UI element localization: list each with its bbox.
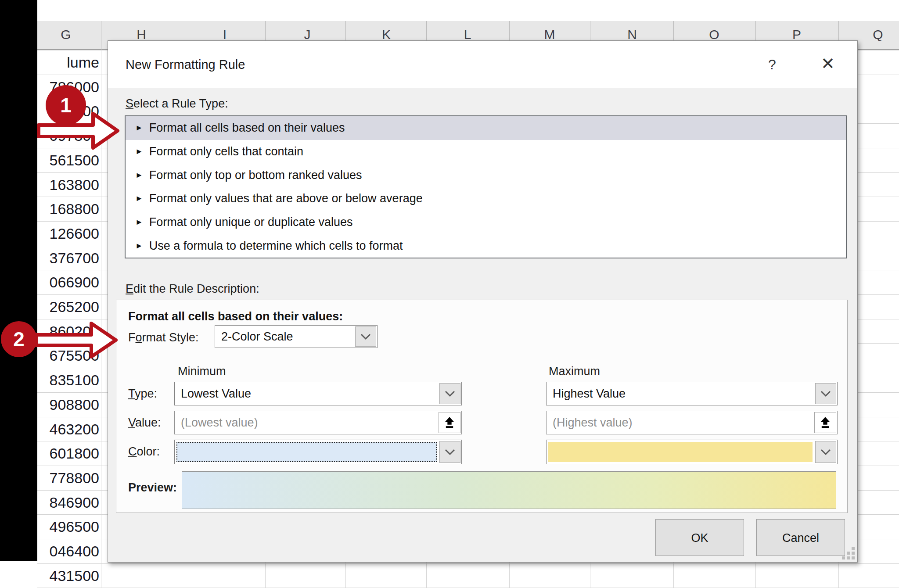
left-black-panel <box>0 0 37 561</box>
rule-type-option-2[interactable]: ►Format only cells that contain <box>126 140 846 164</box>
row-gridline <box>37 490 108 491</box>
format-style-label: Format Style: <box>128 331 199 344</box>
column-gridline <box>182 562 182 588</box>
row-gridline <box>857 392 899 393</box>
maximum-color-swatch <box>548 442 813 462</box>
chevron-down-icon[interactable] <box>439 383 460 404</box>
column-header-P[interactable]: P <box>792 27 801 42</box>
minimum-type-select[interactable]: Lowest Value <box>174 382 462 405</box>
row-gridline <box>857 539 899 539</box>
rule-type-option-4[interactable]: ►Format only values that are above or be… <box>126 187 846 211</box>
g-column-cell[interactable]: 163800 <box>37 172 99 197</box>
row-gridline <box>37 197 108 197</box>
rule-type-option-5[interactable]: ►Format only unique or duplicate values <box>126 211 846 234</box>
row-gridline <box>857 417 899 417</box>
rule-item-arrow-icon: ► <box>135 147 143 156</box>
resize-grip-icon[interactable] <box>841 546 855 559</box>
maximum-color-select[interactable] <box>546 440 838 464</box>
column-gridline <box>673 562 674 588</box>
preview-label: Preview: <box>128 481 177 495</box>
column-gridline <box>509 562 510 588</box>
column-header-Q[interactable]: Q <box>873 27 883 42</box>
column-gridline <box>838 562 839 588</box>
g-column-cell[interactable]: 126600 <box>37 221 99 246</box>
row-gridline <box>37 514 108 515</box>
rule-type-option-6[interactable]: ►Use a formula to determine which cells … <box>126 234 846 258</box>
g-column-cell[interactable]: 431500 <box>37 563 99 588</box>
row-gridline <box>857 99 899 99</box>
new-formatting-rule-dialog: New Formatting Rule ? ✕ Select a Rule Ty… <box>108 40 858 563</box>
column-header-K[interactable]: K <box>382 27 391 42</box>
g-column-cell[interactable]: 835100 <box>37 368 99 392</box>
row-gridline <box>857 343 899 344</box>
rule-type-listbox[interactable]: ►Format all cells based on their values►… <box>125 115 847 258</box>
row-gridline <box>37 466 108 466</box>
column-header-J[interactable]: J <box>304 27 311 42</box>
column-header-I[interactable]: I <box>223 27 227 42</box>
help-icon[interactable]: ? <box>757 41 788 88</box>
collapse-dialog-icon[interactable] <box>814 412 836 433</box>
maximum-value-field <box>546 411 838 434</box>
dialog-titlebar[interactable]: New Formatting Rule ? ✕ <box>108 41 857 88</box>
chevron-down-icon[interactable] <box>439 441 460 463</box>
chevron-down-icon[interactable] <box>815 441 836 463</box>
rule-item-label: Format only top or bottom ranked values <box>149 169 362 182</box>
rule-type-option-1[interactable]: ►Format all cells based on their values <box>126 116 846 140</box>
maximum-type-select[interactable]: Highest Value <box>546 382 838 405</box>
value-label: Value: <box>128 416 161 430</box>
row-gridline <box>857 50 899 50</box>
g-column-cell[interactable]: 496500 <box>37 514 99 539</box>
g-column-cell[interactable]: 046400 <box>37 539 99 563</box>
column-header-H[interactable]: H <box>137 27 146 42</box>
rule-item-arrow-icon: ► <box>135 123 143 133</box>
row-gridline <box>37 563 899 564</box>
g-column-cell[interactable]: 561500 <box>37 148 99 172</box>
g-column-header-cell[interactable]: lume <box>37 50 99 75</box>
column-header-G[interactable]: G <box>61 27 71 42</box>
g-column-cell[interactable]: 265200 <box>37 294 99 319</box>
column-divider <box>101 21 101 49</box>
column-header-M[interactable]: M <box>544 27 555 42</box>
annotation-arrow-2 <box>34 320 119 360</box>
maximum-type-value: Highest Value <box>547 387 814 401</box>
minimum-type-value: Lowest Value <box>175 387 439 401</box>
g-column-cell[interactable]: 908800 <box>37 392 99 417</box>
close-icon[interactable]: ✕ <box>810 41 845 88</box>
chevron-down-icon[interactable] <box>815 383 836 404</box>
g-column-cell[interactable]: 463200 <box>37 417 99 441</box>
rule-description-heading: Format all cells based on their values: <box>128 310 343 323</box>
row-gridline <box>857 172 899 173</box>
format-style-select[interactable]: 2-Color Scale <box>215 325 378 348</box>
row-gridline <box>37 539 108 539</box>
row-gridline <box>37 368 108 368</box>
row-gridline <box>857 75 899 75</box>
column-header-L[interactable]: L <box>464 27 471 42</box>
g-column-cell[interactable]: 376700 <box>37 246 99 270</box>
g-column-cell[interactable]: 168800 <box>37 197 99 221</box>
minimum-color-select[interactable] <box>174 440 462 464</box>
row-gridline <box>37 172 108 173</box>
row-gridline <box>857 368 899 368</box>
chevron-down-icon[interactable] <box>355 326 376 347</box>
rule-description-label: Edit the Rule Description: <box>126 282 259 296</box>
g-column-cell[interactable]: 601800 <box>37 441 99 466</box>
minimum-value-input[interactable] <box>175 416 438 430</box>
g-column-cell[interactable]: 066900 <box>37 270 99 294</box>
maximum-value-input[interactable] <box>547 416 813 430</box>
row-gridline <box>857 123 899 124</box>
rule-item-label: Format only values that are above or bel… <box>149 192 423 205</box>
rule-type-option-3[interactable]: ►Format only top or bottom ranked values <box>126 163 846 187</box>
g-column-cell[interactable]: 778800 <box>37 466 99 490</box>
row-gridline <box>857 294 899 295</box>
cancel-button[interactable]: Cancel <box>756 519 845 556</box>
column-header-N[interactable]: N <box>627 27 637 42</box>
collapse-dialog-icon[interactable] <box>439 412 460 433</box>
g-column-cell[interactable]: 846900 <box>37 490 99 515</box>
rule-item-arrow-icon: ► <box>135 218 143 227</box>
color-label: Color: <box>128 445 160 459</box>
annotation-step-2-badge: 2 <box>1 321 37 357</box>
column-header-O[interactable]: O <box>709 27 719 42</box>
ok-button[interactable]: OK <box>655 519 744 556</box>
row-gridline <box>857 270 899 270</box>
rule-item-arrow-icon: ► <box>135 241 143 251</box>
